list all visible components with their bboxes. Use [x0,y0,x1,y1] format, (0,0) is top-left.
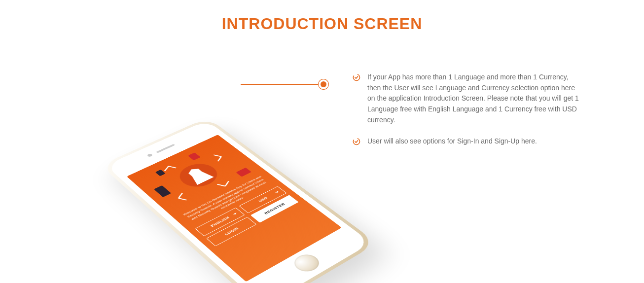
arrow-icon [178,193,191,201]
login-button-label: LOGIN [224,227,240,236]
radio-icon [154,185,171,197]
check-icon [353,138,360,145]
arrow-icon [210,154,222,161]
bullet-text: If your App has more than 1 Language and… [367,72,579,125]
callout-connector [241,84,322,85]
arrow-icon [217,179,230,186]
list-item: If your App has more than 1 Language and… [353,72,579,125]
register-button-label: REGISTER [263,202,286,215]
phone-body: Welcome to the On Demand Service App for… [101,117,378,283]
guard-icon [183,166,214,185]
camera-icon [146,153,153,157]
guard-circle-icon [173,159,224,191]
bullet-text: User will also see options for Sign-In a… [367,136,537,147]
currency-select-label: USD [257,196,268,203]
phone-bezel: Welcome to the On Demand Service App for… [106,120,371,283]
keypad-icon [236,168,251,177]
home-button-icon [289,251,324,275]
speaker-icon [156,144,175,153]
check-icon [353,73,360,81]
lock-icon [188,152,201,160]
list-item: User will also see options for Sign-In a… [353,136,579,147]
page-title: INTRODUCTION SCREEN [0,0,644,33]
arrow-icon [164,166,177,173]
feature-bullets: If your App has more than 1 Language and… [353,72,579,158]
